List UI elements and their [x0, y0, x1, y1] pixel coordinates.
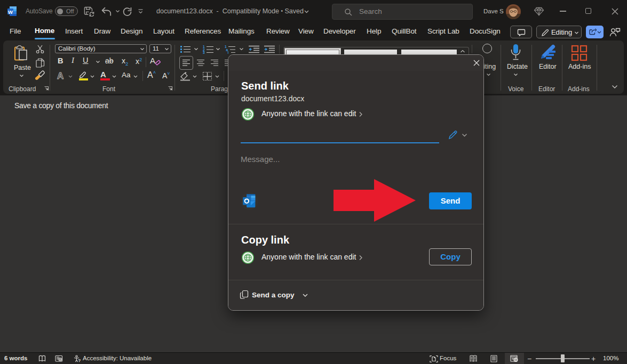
- svg-text:3: 3: [203, 51, 205, 54]
- svg-text:i: i: [228, 51, 229, 54]
- svg-text:A: A: [57, 71, 64, 80]
- svg-text:W: W: [8, 9, 13, 15]
- svg-text:?: ?: [78, 358, 81, 363]
